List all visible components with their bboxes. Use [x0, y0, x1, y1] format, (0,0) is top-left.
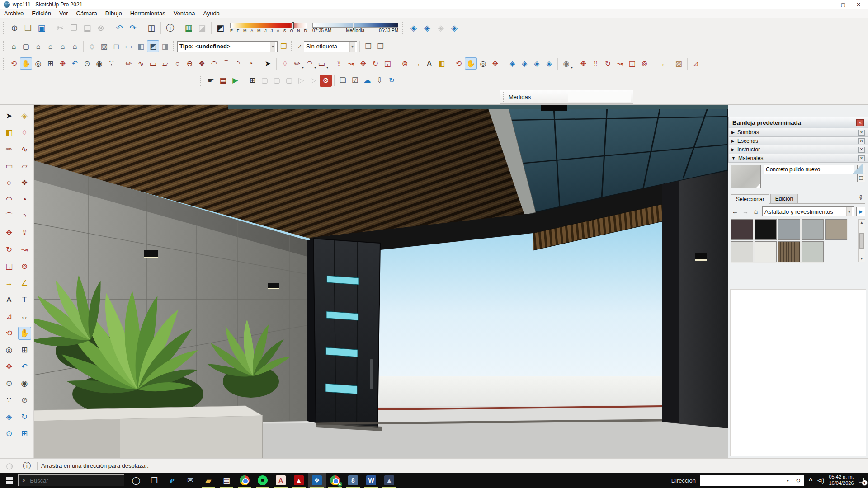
follow-me-2-button[interactable]: ↝: [614, 57, 626, 70]
three-point-arc-button[interactable]: ◝: [18, 210, 31, 223]
add-location-button[interactable]: ▦: [182, 21, 195, 35]
rotate-2-button[interactable]: ↻: [602, 57, 614, 70]
paint-bucket-button[interactable]: ◧: [435, 57, 448, 70]
select-button[interactable]: ➤: [262, 57, 274, 70]
play-animation-button[interactable]: ▶: [229, 75, 241, 87]
taskbar-cortana[interactable]: ◯: [127, 473, 145, 488]
material-swatch[interactable]: [731, 241, 753, 262]
position-camera-button[interactable]: ⊙: [81, 57, 93, 70]
iso-view-button[interactable]: ⌂: [8, 40, 20, 52]
rectangle-button[interactable]: ▭: [3, 160, 16, 173]
share-model-button[interactable]: ◈: [420, 21, 434, 35]
scroll-up-icon[interactable]: ▲: [860, 221, 863, 225]
taskbar-chrome[interactable]: [236, 473, 254, 488]
shadows-toggle-button[interactable]: ◩: [214, 21, 227, 35]
maximize-button[interactable]: ▢: [835, 0, 851, 9]
previous-view-button[interactable]: ↶: [18, 360, 31, 373]
taskbar-clock[interactable]: 05:42 p. m. 16/04/2026: [829, 474, 854, 487]
material-swatch[interactable]: [755, 241, 777, 262]
polygon-button[interactable]: ❖: [18, 176, 31, 189]
pan-gesture-button[interactable]: ☛: [205, 75, 217, 87]
adv-camera-4-button[interactable]: ⊞: [18, 427, 31, 440]
taskbar-task-view[interactable]: ❐: [145, 473, 163, 488]
menu-edicion[interactable]: Edición: [28, 9, 55, 18]
taskbar-search[interactable]: ⌕: [18, 474, 124, 486]
section-close-button[interactable]: ✕: [858, 138, 865, 144]
pan-button[interactable]: ✋: [20, 57, 32, 70]
pan-button[interactable]: ✋: [18, 327, 31, 340]
section-close-button[interactable]: ✕: [858, 130, 865, 136]
material-swatch[interactable]: [778, 219, 800, 240]
section-close-button[interactable]: ✕: [858, 147, 865, 153]
two-point-arc-button[interactable]: ⌒: [3, 210, 16, 223]
move-2-button[interactable]: ✥: [577, 57, 590, 70]
tape-measure-button[interactable]: →: [411, 57, 423, 70]
viewport-3d[interactable]: [34, 105, 728, 458]
rotate-button[interactable]: ↻: [369, 57, 382, 70]
three-d-text-button[interactable]: T: [18, 293, 31, 306]
look-around-button[interactable]: ◉: [18, 377, 31, 390]
orbit-button[interactable]: ⟲: [8, 57, 20, 70]
address-input[interactable]: ▾ ↻: [700, 475, 804, 486]
look-around-button[interactable]: ◉: [93, 57, 105, 70]
follow-me-button[interactable]: ↝: [18, 243, 31, 256]
material-name-input[interactable]: [764, 165, 854, 174]
taskbar-app-8[interactable]: 8: [344, 473, 362, 488]
zoom-button[interactable]: ◎: [3, 343, 16, 357]
warehouse-share-component-button[interactable]: ◈: [531, 57, 543, 70]
text-tool-button[interactable]: A: [3, 293, 16, 306]
freehand-button[interactable]: ∿: [18, 143, 31, 156]
dimensions-button[interactable]: ↔: [18, 310, 31, 323]
menu-dibujo[interactable]: Dibujo: [101, 9, 126, 18]
minimize-button[interactable]: –: [820, 0, 835, 9]
select-button[interactable]: ➤: [3, 109, 16, 122]
start-button[interactable]: [0, 473, 18, 488]
tray-close-button[interactable]: ✕: [856, 119, 864, 126]
circle-button[interactable]: ○: [171, 57, 184, 70]
taskbar-acrobat[interactable]: ▲: [290, 473, 308, 488]
taskbar-spotify[interactable]: ≡: [254, 473, 272, 488]
sync-folder-button[interactable]: ❏: [337, 75, 349, 87]
monochrome-style-button[interactable]: ◨: [159, 40, 171, 52]
taskbar-sketchup[interactable]: ❖: [308, 473, 326, 488]
taskbar-edge[interactable]: e: [163, 473, 181, 488]
warehouse-share-model-button[interactable]: ◈: [519, 57, 531, 70]
position-camera-button[interactable]: ⊙: [3, 377, 16, 390]
rotate-button[interactable]: ↻: [3, 243, 16, 256]
hidden-line-style-button[interactable]: ▭: [123, 40, 135, 52]
scroll-down-icon[interactable]: ▼: [860, 257, 863, 261]
warehouse-get-models-button[interactable]: ◈: [506, 57, 519, 70]
eyedropper-icon[interactable]: ✑: [857, 195, 864, 200]
taskbar-chrome-profile[interactable]: A: [326, 473, 344, 488]
back-arrow-icon[interactable]: ←: [731, 208, 739, 215]
add-scene-camera-button[interactable]: ⊞: [246, 75, 259, 87]
text-tool-button[interactable]: A: [423, 57, 435, 70]
shape-menu-button[interactable]: ▭▾: [316, 57, 328, 70]
save-button[interactable]: ▣: [35, 21, 48, 35]
scrollbar-thumb[interactable]: [859, 233, 864, 249]
record-camera-button[interactable]: ⊗: [320, 75, 332, 87]
download-model-button[interactable]: ⇩: [373, 75, 386, 87]
taskbar-word[interactable]: W: [362, 473, 380, 488]
redo-button[interactable]: ↷: [126, 21, 140, 35]
validate-check-button[interactable]: ☑: [349, 75, 361, 87]
make-component-button[interactable]: ◈: [18, 109, 31, 122]
move-button[interactable]: ✥: [357, 57, 369, 70]
open-button[interactable]: ❏: [21, 21, 35, 35]
arc-button[interactable]: ◠: [3, 193, 16, 206]
shadow-time-slider[interactable]: 07:35 AM Mediodía 05:33 PM: [312, 23, 398, 33]
tag-dropdown[interactable]: Sin etiqueta ▾: [304, 41, 357, 52]
ellipse-button[interactable]: ⊖: [184, 57, 196, 70]
material-swatch[interactable]: [802, 241, 824, 262]
material-swatch[interactable]: [755, 219, 777, 240]
move-button[interactable]: ✥: [3, 226, 16, 239]
two-point-arc-button[interactable]: ⌒: [220, 57, 232, 70]
zoom-extents-button[interactable]: ✥: [57, 57, 69, 70]
time-slider-handle[interactable]: [353, 22, 354, 29]
shaded-textures-style-button[interactable]: ◩: [147, 40, 159, 52]
previous-view-button[interactable]: ↶: [69, 57, 81, 70]
tray-section-instructor[interactable]: ▶Instructor✕: [728, 145, 868, 154]
orbit-2-button[interactable]: ⟲: [453, 57, 465, 70]
arc-menu-button[interactable]: ◠▾: [303, 57, 316, 70]
scale-2-button[interactable]: ◱: [626, 57, 638, 70]
